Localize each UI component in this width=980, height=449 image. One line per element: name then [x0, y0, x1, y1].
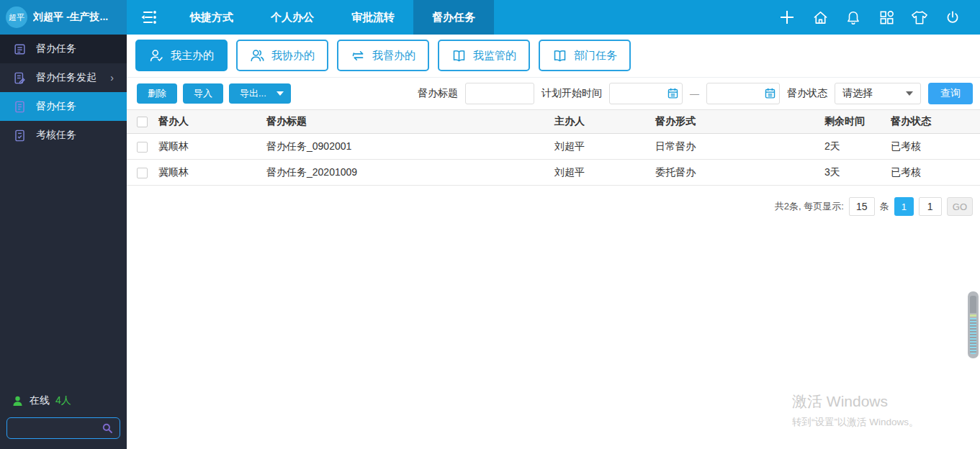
select-all-checkbox[interactable]	[137, 117, 148, 127]
search-icon[interactable]	[101, 422, 114, 435]
page-jump-input[interactable]	[919, 197, 942, 216]
plus-icon[interactable]	[778, 9, 796, 26]
filter-my-monitored[interactable]: 我监管的	[438, 40, 530, 71]
cell-form: 日常督办	[655, 134, 824, 160]
scrollbar-stripes	[970, 318, 976, 354]
title-filter-input[interactable]	[465, 83, 534, 104]
row-checkbox[interactable]	[137, 142, 148, 153]
table-row[interactable]: 冀顺林 督办任务_20201009 刘超平 委托督办 3天 已考核	[127, 160, 980, 186]
scrollbar-track	[970, 296, 976, 313]
filter-department-tasks[interactable]: 部门任务	[539, 40, 631, 71]
col-owner: 主办人	[554, 110, 655, 134]
filter-label: 我协办的	[271, 49, 315, 63]
person-icon	[12, 395, 24, 407]
main-nav: 快捷方式 个人办公 审批流转 督办任务	[171, 0, 494, 35]
cell-form: 委托督办	[655, 160, 824, 186]
filter-label: 部门任务	[574, 49, 617, 63]
row-checkbox[interactable]	[137, 168, 148, 178]
task-table: 督办人 督办标题 主办人 督办形式 剩余时间 督办状态 冀顺林 督办任务_090…	[127, 109, 980, 186]
filter-label: 我督办的	[372, 49, 415, 63]
date-filter-label: 计划开始时间	[541, 87, 602, 100]
cell-title[interactable]: 督办任务_20201009	[266, 160, 554, 186]
col-form: 督办形式	[655, 110, 824, 134]
col-status: 督办状态	[891, 110, 980, 134]
date-from-field	[609, 83, 683, 104]
caret-down-icon	[906, 91, 913, 96]
filter-my-assisted[interactable]: 我协办的	[236, 40, 328, 71]
page-size-input[interactable]	[849, 197, 875, 216]
cell-supervisor: 冀顺林	[158, 160, 266, 186]
caret-down-icon	[277, 91, 284, 96]
col-supervisor: 督办人	[158, 110, 266, 134]
task-list-icon	[13, 100, 27, 114]
col-title: 督办标题	[266, 110, 554, 134]
col-remaining: 剩余时间	[824, 110, 891, 134]
export-button[interactable]: 导出...	[229, 83, 291, 104]
main-content: 我主办的 我协办的 我督办的 我监管的 部门任务 删除 导入 导出... 督办标…	[127, 35, 980, 449]
online-status: 在线 4人	[0, 394, 127, 407]
tshirt-icon[interactable]	[911, 9, 928, 26]
filter-label: 我监管的	[473, 49, 516, 63]
table-header-row: 督办人 督办标题 主办人 督办形式 剩余时间 督办状态	[127, 110, 980, 134]
sidebar-item-supervision-task-group[interactable]: 督办任务	[0, 35, 127, 63]
assessment-icon	[13, 129, 27, 142]
pagination-summary: 共2条, 每页显示:	[775, 200, 844, 213]
sidebar-item-supervision-task[interactable]: 督办任务	[0, 92, 127, 121]
sidebar-item-assessment-task[interactable]: 考核任务	[0, 121, 127, 150]
tab-supervision-tasks[interactable]: 督办任务	[413, 0, 494, 35]
filter-label: 我主办的	[171, 49, 214, 63]
import-button[interactable]: 导入	[183, 83, 223, 104]
search-filters: 督办标题 计划开始时间 — 督办状态 请选择 查询	[418, 83, 973, 104]
go-button[interactable]: GO	[947, 197, 973, 216]
tab-approval-flow[interactable]: 审批流转	[333, 0, 413, 35]
user-segment[interactable]: 超平 刘超平 -生产技...	[0, 0, 127, 35]
filter-my-hosted[interactable]: 我主办的	[135, 40, 228, 71]
topbar-actions	[778, 0, 980, 35]
menu-collapse-icon[interactable]	[127, 0, 171, 35]
sidebar-item-label: 督办任务	[36, 42, 76, 55]
current-page-button[interactable]: 1	[894, 197, 914, 216]
title-filter-label: 督办标题	[418, 87, 458, 100]
sidebar-item-label: 督办任务发起	[36, 71, 96, 84]
tab-shortcuts[interactable]: 快捷方式	[171, 0, 252, 35]
scrollbar-widget[interactable]	[968, 291, 979, 358]
status-filter-label: 督办状态	[787, 87, 827, 100]
online-label: 在线	[30, 394, 50, 407]
topbar: 超平 刘超平 -生产技... 快捷方式 个人办公 审批流转 督办任务	[0, 0, 980, 35]
avatar[interactable]: 超平	[6, 6, 27, 28]
tab-personal-office[interactable]: 个人办公	[252, 0, 333, 35]
status-select-value: 请选择	[842, 87, 873, 100]
delete-button[interactable]: 删除	[137, 83, 177, 104]
sidebar-footer: 在线 4人	[0, 394, 127, 439]
apps-icon[interactable]	[878, 9, 895, 26]
page-size-unit: 条	[880, 200, 889, 213]
task-board-icon	[13, 42, 27, 56]
chevron-right-icon: ›	[110, 72, 114, 83]
calendar-icon[interactable]	[764, 87, 776, 99]
sidebar-search	[6, 417, 120, 439]
cell-status: 已考核	[891, 160, 980, 186]
cell-supervisor: 冀顺林	[158, 134, 266, 160]
watermark-title: 激活 Windows	[792, 391, 919, 412]
query-button[interactable]: 查询	[928, 83, 973, 104]
sidebar-item-label: 督办任务	[36, 100, 76, 113]
table-row[interactable]: 冀顺林 督办任务_0902001 刘超平 日常督办 2天 已考核	[127, 134, 980, 160]
date-to-field	[706, 83, 780, 104]
sidebar-item-task-initiate[interactable]: 督办任务发起 ›	[0, 63, 127, 92]
export-label: 导出...	[240, 87, 266, 100]
user-name: 刘超平 -生产技...	[33, 11, 108, 24]
calendar-icon[interactable]	[667, 87, 679, 99]
online-count: 4人	[55, 394, 71, 407]
bell-icon[interactable]	[845, 9, 862, 26]
date-range-separator: —	[690, 89, 699, 99]
cell-status: 已考核	[891, 134, 980, 160]
pagination: 共2条, 每页显示: 条 1 GO	[127, 186, 980, 216]
power-icon[interactable]	[944, 9, 961, 26]
sidebar: 督办任务 督办任务发起 › 督办任务 考核任务 在线 4人	[0, 35, 127, 449]
status-select[interactable]: 请选择	[835, 83, 921, 104]
filter-my-supervised[interactable]: 我督办的	[337, 40, 429, 71]
home-icon[interactable]	[812, 9, 829, 26]
scrollbar-marker-green	[970, 314, 976, 317]
sidebar-item-label: 考核任务	[36, 129, 76, 142]
cell-title[interactable]: 督办任务_0902001	[266, 134, 554, 160]
